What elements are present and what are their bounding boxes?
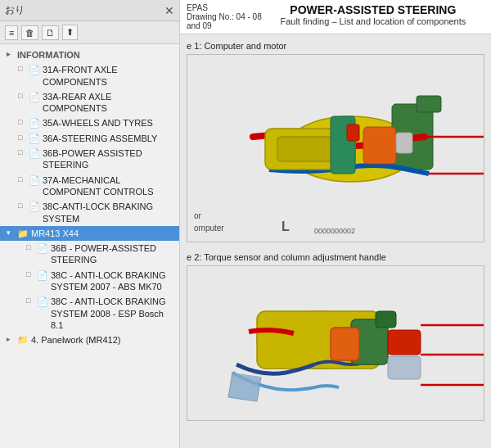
- toolbar-menu-btn[interactable]: ≡: [5, 25, 18, 40]
- toolbar-new-btn[interactable]: 🗋: [42, 25, 59, 40]
- expand-icon: □: [26, 269, 34, 280]
- sidebar-item-37a[interactable]: □ 📄 37A-MECHANICAL COMPONENT CONTROLS: [0, 173, 179, 200]
- sidebar-item-label: 38C-ANTI-LOCK BRAKING SYSTEM: [43, 201, 176, 224]
- header-top-row: EPAS Drawing No.: 04 - 08 and 09 POWER-A…: [187, 3, 484, 30]
- epas-label: EPAS: [187, 3, 262, 12]
- figure-1-box: 1 2: [187, 54, 484, 242]
- doc-icon: 📄: [29, 117, 40, 129]
- folder-icon: 📁: [17, 334, 29, 346]
- sidebar-item-mr413[interactable]: ▾ 📁 MR413 X44: [0, 226, 179, 241]
- doc-icon: 📄: [37, 296, 48, 307]
- doc-icon: 📄: [29, 64, 40, 75]
- figure-2-box: 1 2 3: [187, 265, 484, 421]
- figure-2-label: e 2: Torque sensor and column adjustment…: [187, 252, 484, 262]
- doc-icon: 📄: [29, 133, 40, 144]
- figure-2-svg: 1 2 3: [187, 266, 484, 421]
- drawing-no: Drawing No.: 04 - 08: [187, 12, 262, 21]
- expand-icon: □: [18, 174, 26, 185]
- folder-icon: 📁: [17, 228, 29, 239]
- svg-rect-15: [347, 124, 359, 141]
- doc-icon: 📄: [37, 242, 48, 254]
- expand-icon: □: [18, 91, 26, 102]
- sidebar-item-label: 37A-MECHANICAL COMPONENT CONTROLS: [43, 174, 176, 198]
- doc-title: POWER-ASSISTED STEERING: [262, 3, 484, 16]
- expand-icon: □: [26, 296, 34, 306]
- document-content: e 1: Computer and motor: [180, 34, 491, 448]
- tree-container: ▸ INFORMATION □ 📄 31A-FRONT AXLE COMPONE…: [0, 44, 179, 448]
- sidebar-item-label: 38C - ANTI-LOCK BRAKING SYSTEM 2007 - AB…: [51, 269, 176, 293]
- sidebar-item-label: 4. Panelwork (MR412): [31, 334, 176, 346]
- expand-icon: □: [18, 64, 26, 75]
- left-panel: おり ✕ ≡ 🗑 🗋 ⬆ ▸ INFORMATION □ 📄 31A-FRONT…: [0, 0, 180, 448]
- panel-header: おり ✕: [0, 0, 179, 21]
- sidebar-item-35a[interactable]: □ 📄 35A-WHEELS AND TYRES: [0, 115, 179, 130]
- sidebar-item-label: 36A-STEERING ASSEMBLY: [43, 133, 176, 144]
- sidebar-item-label: 31A-FRONT AXLE COMPONENTS: [43, 64, 176, 88]
- sidebar-item-36a[interactable]: □ 📄 36A-STEERING ASSEMBLY: [0, 131, 179, 146]
- expand-icon: ▾: [7, 228, 15, 238]
- expand-icon: □: [18, 147, 26, 158]
- svg-rect-39: [388, 330, 421, 355]
- sidebar-item-38c-sub1[interactable]: □ 📄 38C - ANTI-LOCK BRAKING SYSTEM 2007 …: [0, 268, 179, 295]
- svg-rect-3: [417, 96, 441, 112]
- doc-icon: 📄: [29, 91, 40, 102]
- part-number: 0000000002: [314, 227, 355, 235]
- figure-2-section: e 2: Torque sensor and column adjustment…: [187, 252, 484, 421]
- figure-1-section: e 1: Computer and motor: [187, 41, 484, 242]
- sidebar-item-label: 35A-WHEELS AND TYRES: [43, 117, 176, 129]
- doc-icon: 📄: [29, 147, 40, 159]
- close-button[interactable]: ✕: [164, 5, 174, 16]
- toolbar: ≡ 🗑 🗋 ⬆: [0, 21, 179, 44]
- sidebar-item-label: INFORMATION: [17, 49, 176, 61]
- toolbar-delete-btn[interactable]: 🗑: [21, 25, 38, 40]
- expand-icon: □: [18, 117, 26, 128]
- svg-rect-25: [376, 311, 396, 328]
- panel-header-text: おり: [5, 3, 25, 17]
- sidebar-item-36b-sub[interactable]: □ 📄 36B - POWER-ASSISTED STEERING: [0, 241, 179, 268]
- doc-title-block: POWER-ASSISTED STEERING Fault finding – …: [262, 3, 484, 26]
- sidebar-item-panelwork[interactable]: ▸ 📁 4. Panelwork (MR412): [0, 333, 179, 347]
- sidebar-item-38c-sub2[interactable]: □ 📄 38C - ANTI-LOCK BRAKING SYSTEM 2008 …: [0, 294, 179, 333]
- expand-icon: □: [18, 133, 26, 143]
- doc-icon: 📄: [29, 201, 40, 212]
- sidebar-item-label: 38C - ANTI-LOCK BRAKING SYSTEM 2008 - ES…: [51, 296, 176, 331]
- and-label: and 09: [187, 21, 262, 30]
- figure-1-svg: 1 2: [187, 55, 484, 242]
- figure-1-label: e 1: Computer and motor: [187, 41, 484, 51]
- svg-rect-16: [363, 127, 396, 164]
- svg-text:or: or: [194, 211, 202, 220]
- svg-rect-17: [396, 133, 412, 153]
- sidebar-item-label: 36B - POWER-ASSISTED STEERING: [51, 242, 176, 266]
- sidebar-item-label: MR413 X44: [31, 228, 176, 239]
- svg-rect-26: [331, 328, 359, 360]
- document-header: EPAS Drawing No.: 04 - 08 and 09 POWER-A…: [180, 0, 491, 34]
- doc-icon: 📄: [37, 269, 48, 281]
- toolbar-up-btn[interactable]: ⬆: [62, 25, 78, 40]
- sidebar-item-label: 33A-REAR AXLE COMPONENTS: [43, 91, 176, 115]
- sidebar-item-31a[interactable]: □ 📄 31A-FRONT AXLE COMPONENTS: [0, 62, 179, 89]
- doc-icon: 📄: [29, 174, 40, 186]
- expand-icon: ▸: [7, 334, 15, 345]
- sidebar-item-label: 36B-POWER ASSISTED STEERING: [43, 147, 176, 171]
- svg-text:omputer: omputer: [194, 224, 224, 233]
- epas-info: EPAS Drawing No.: 04 - 08 and 09: [187, 3, 262, 30]
- sidebar-item-information[interactable]: ▸ INFORMATION: [0, 48, 179, 62]
- expand-icon: ▸: [7, 49, 15, 60]
- sidebar-item-38c[interactable]: □ 📄 38C-ANTI-LOCK BRAKING SYSTEM: [0, 199, 179, 226]
- svg-rect-40: [388, 356, 421, 379]
- expand-icon: □: [18, 201, 26, 211]
- expand-icon: □: [26, 242, 34, 253]
- sidebar-item-36b[interactable]: □ 📄 36B-POWER ASSISTED STEERING: [0, 146, 179, 173]
- doc-subtitle: Fault finding – List and location of com…: [262, 16, 484, 26]
- right-panel: EPAS Drawing No.: 04 - 08 and 09 POWER-A…: [180, 0, 491, 448]
- sidebar-item-33a[interactable]: □ 📄 33A-REAR AXLE COMPONENTS: [0, 89, 179, 116]
- svg-text:L: L: [282, 219, 290, 233]
